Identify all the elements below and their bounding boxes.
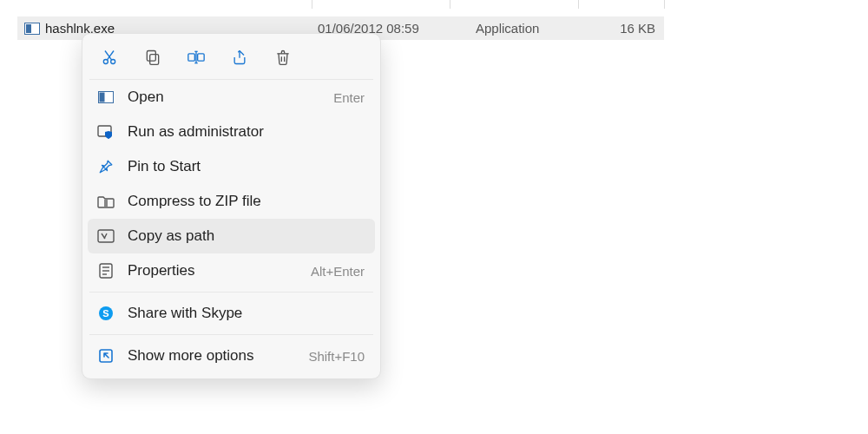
svg-rect-7 [198, 54, 205, 61]
svg-point-0 [103, 60, 108, 64]
open-icon [96, 88, 115, 107]
share-icon[interactable] [230, 48, 249, 67]
menu-copy-path[interactable]: Copy as path [88, 219, 375, 253]
menu-label: Copy as path [128, 227, 365, 245]
file-size: 16 KB [620, 21, 655, 36]
menu-label: Run as administrator [128, 123, 365, 141]
menu-shortcut: Alt+Enter [311, 264, 365, 279]
svg-text:S: S [102, 308, 108, 319]
menu-label: Pin to Start [128, 158, 365, 175]
copy-icon[interactable] [143, 48, 162, 67]
cut-icon[interactable] [100, 48, 119, 67]
separator [89, 334, 373, 335]
delete-icon[interactable] [273, 48, 293, 67]
skype-icon: S [96, 304, 115, 323]
menu-share-skype[interactable]: S Share with Skype [88, 296, 375, 331]
menu-shortcut: Shift+F10 [308, 349, 365, 364]
file-type: Application [476, 21, 539, 36]
exe-icon [24, 23, 40, 35]
menu-shortcut: Enter [333, 90, 365, 105]
properties-icon [96, 261, 115, 280]
copy-path-icon [96, 227, 115, 246]
menu-label: Show more options [128, 347, 308, 365]
menu-properties[interactable]: Properties Alt+Enter [88, 253, 375, 288]
more-options-icon [96, 346, 115, 365]
menu-label: Share with Skype [128, 305, 365, 322]
svg-rect-14 [100, 93, 105, 102]
menu-label: Properties [128, 262, 311, 279]
svg-point-1 [111, 60, 115, 64]
separator [89, 292, 373, 293]
rename-icon[interactable] [187, 48, 206, 67]
menu-label: Open [128, 89, 333, 106]
menu-open[interactable]: Open Enter [88, 80, 375, 115]
menu-run-admin[interactable]: Run as administrator [88, 115, 375, 149]
menu-pin-start[interactable]: Pin to Start [88, 149, 375, 184]
svg-rect-6 [188, 54, 195, 61]
zip-icon [96, 192, 115, 211]
context-toolbar [88, 39, 375, 79]
menu-more-options[interactable]: Show more options Shift+F10 [88, 339, 375, 373]
menu-label: Compress to ZIP file [128, 193, 365, 210]
svg-rect-5 [147, 51, 155, 62]
menu-compress-zip[interactable]: Compress to ZIP file [88, 184, 375, 219]
svg-rect-4 [150, 55, 159, 65]
pin-icon [96, 157, 115, 176]
context-menu: Open Enter Run as administrator Pin to S… [82, 33, 381, 379]
admin-shield-icon [96, 122, 115, 141]
